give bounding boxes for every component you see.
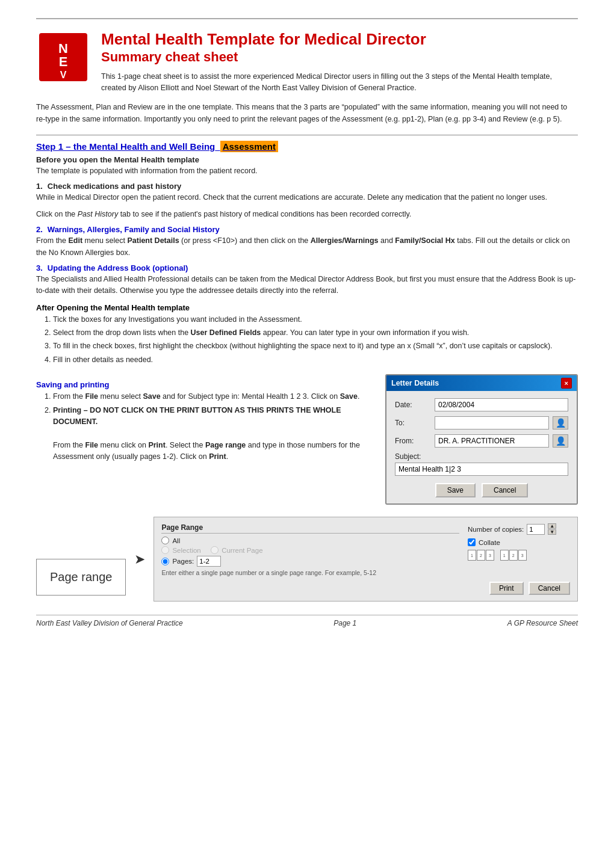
current-page-label: Current Page xyxy=(222,547,262,554)
sub-title: Summary cheat sheet xyxy=(101,49,578,66)
dialog-buttons: Save Cancel xyxy=(395,483,568,497)
after-opening-section: After Opening the Mental Health template… xyxy=(36,303,578,366)
after-opening-list: Tick the boxes for any Investigations yo… xyxy=(36,314,578,366)
date-label: Date: xyxy=(395,401,431,409)
item1-desc: While in Medical Director open the patie… xyxy=(36,192,578,203)
date-row: Date: xyxy=(395,398,568,411)
current-page-radio xyxy=(211,546,219,554)
item1-italic: Past History xyxy=(78,210,118,218)
subject-input[interactable] xyxy=(395,463,568,476)
dialog-content: Date: To: 👤 From: 👤 Subject: xyxy=(386,391,577,503)
copies-row: Number of copies: ▲ ▼ xyxy=(468,523,570,535)
from-input[interactable] xyxy=(435,434,549,448)
item2-number: 2. xyxy=(36,225,43,234)
print-dialog-area: Page range ➤ Page Range All Selection xyxy=(36,517,578,602)
item2-heading: Warnings, Allergies, Family and Social H… xyxy=(48,225,220,234)
all-radio[interactable] xyxy=(161,537,169,544)
footer-right: A GP Resource Sheet xyxy=(507,619,578,627)
item2-desc: From the Edit menu select Patient Detail… xyxy=(36,235,578,259)
selection-label: Selection xyxy=(172,547,200,554)
logo-box: N E V xyxy=(36,30,90,84)
spinner-down[interactable]: ▼ xyxy=(548,529,556,535)
page-icon: 3 xyxy=(486,550,494,561)
page: N E V Mental Health Template for Medical… xyxy=(0,0,614,868)
step1-heading-text: Step 1 – the Mental Health and Well Bein… xyxy=(36,141,215,152)
date-input[interactable] xyxy=(435,398,568,411)
item2-section: 2. Warnings, Allergies, Family and Socia… xyxy=(36,225,578,259)
header-desc: This 1-page cheat sheet is to assist the… xyxy=(101,71,578,94)
list-item: Tick the boxes for any Investigations yo… xyxy=(53,314,578,325)
list-item: Select from the drop down lists when the… xyxy=(53,327,578,339)
header-text: Mental Health Template for Medical Direc… xyxy=(101,30,578,93)
dialog-title: Letter Details xyxy=(391,379,439,387)
intro-para: The Assessment, Plan and Review are in t… xyxy=(36,102,578,125)
page-icon: 2 xyxy=(477,550,485,561)
all-label: All xyxy=(172,537,180,544)
copies-input[interactable] xyxy=(527,524,545,535)
collate-icon-group1: 1 2 3 xyxy=(468,550,494,561)
footer-center: Page 1 xyxy=(333,619,356,627)
footer-left: North East Valley Division of General Pr… xyxy=(36,619,183,627)
step1-sub-heading: Before you open the Mental Health templa… xyxy=(36,155,578,164)
footer: North East Valley Division of General Pr… xyxy=(36,615,578,627)
collate-checkbox[interactable] xyxy=(468,538,476,546)
print-buttons: Print Cancel xyxy=(161,582,570,595)
item3-heading: Updating the Address Book (optional) xyxy=(48,263,188,272)
copies-label: Number of copies: xyxy=(468,526,524,533)
to-browse-button[interactable]: 👤 xyxy=(553,416,568,429)
header-row: N E V Mental Health Template for Medical… xyxy=(36,30,578,93)
item3-section: 3. Updating the Address Book (optional) … xyxy=(36,263,578,297)
svg-text:V: V xyxy=(60,70,67,80)
section-divider xyxy=(36,135,578,135)
enter-hint: Enter either a single page number or a s… xyxy=(161,568,459,577)
print-dialog-row: Page Range All Selection Current Page xyxy=(161,523,570,577)
dialog-titlebar: Letter Details × xyxy=(386,375,577,391)
print-dialog-right: Number of copies: ▲ ▼ Collate 1 xyxy=(468,523,570,561)
from-label: From: xyxy=(395,437,431,445)
item1-heading: Check medications and past history xyxy=(48,182,182,191)
saving-right: Letter Details × Date: To: 👤 From: xyxy=(385,374,578,511)
subject-label: Subject: xyxy=(395,452,568,461)
item1-number: 1. xyxy=(36,182,43,191)
print-dialog: Page Range All Selection Current Page xyxy=(154,517,578,602)
all-radio-row: All xyxy=(161,537,459,544)
list-item: Fill in other details as needed. xyxy=(53,354,578,366)
page-icon: 1 xyxy=(500,550,509,561)
page-range-section-title: Page Range xyxy=(161,523,459,534)
pages-row: Pages: xyxy=(161,556,459,567)
pages-label: Pages: xyxy=(172,558,194,565)
save-button[interactable]: Save xyxy=(435,483,476,497)
from-row: From: 👤 xyxy=(395,434,568,448)
to-row: To: 👤 xyxy=(395,416,568,429)
page-icon: 2 xyxy=(509,550,518,561)
print-button[interactable]: Print xyxy=(489,582,524,595)
saving-left: Saving and printing From the File menu s… xyxy=(36,374,371,467)
item1-section: 1. Check medications and past history Wh… xyxy=(36,182,578,220)
spinner-up[interactable]: ▲ xyxy=(548,523,556,529)
from-browse-button[interactable]: 👤 xyxy=(553,434,568,448)
dialog-close-button[interactable]: × xyxy=(561,378,572,389)
page-range-label-text: Page range xyxy=(50,570,112,583)
cancel-button[interactable]: Cancel xyxy=(482,483,528,497)
print-cancel-button[interactable]: Cancel xyxy=(529,582,570,595)
to-label: To: xyxy=(395,419,431,427)
collate-label: Collate xyxy=(479,539,500,546)
page-icon: 1 xyxy=(468,550,476,561)
step1-heading-highlight: Assessment xyxy=(220,141,278,152)
subject-section: Subject: xyxy=(395,452,568,476)
copies-spinner[interactable]: ▲ ▼ xyxy=(548,523,556,535)
item3-number: 3. xyxy=(36,263,43,272)
item3-desc: The Specialists and Allied Health Profes… xyxy=(36,274,578,297)
arrow-icon: ➤ xyxy=(134,552,145,567)
saving-section: Saving and printing From the File menu s… xyxy=(36,374,578,511)
after-opening-heading: After Opening the Mental Health template xyxy=(36,303,578,312)
logo-icon: N E V xyxy=(36,30,90,84)
print-dialog-left: Page Range All Selection Current Page xyxy=(161,523,459,577)
pages-radio[interactable] xyxy=(161,558,169,565)
list-item: To fill in the check boxes, first highli… xyxy=(53,340,578,352)
pages-input[interactable] xyxy=(197,556,221,567)
to-input[interactable] xyxy=(435,416,549,429)
saving-list: From the File menu select Save and for S… xyxy=(36,391,371,463)
top-border xyxy=(36,18,578,19)
page-icon: 3 xyxy=(518,550,527,561)
